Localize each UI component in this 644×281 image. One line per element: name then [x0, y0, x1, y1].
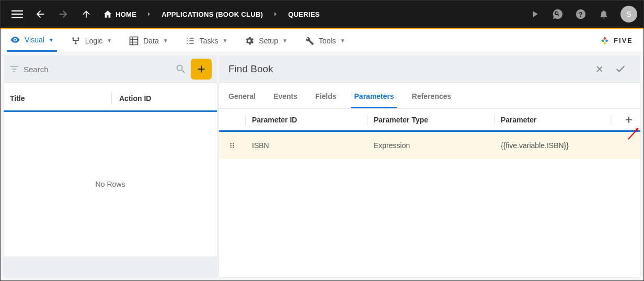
add-button[interactable]	[191, 59, 212, 80]
search-bar	[4, 55, 217, 83]
tab-data[interactable]: Data▼	[125, 30, 171, 51]
tab-label: Tasks	[200, 37, 218, 45]
bell-icon[interactable]	[593, 4, 614, 25]
back-icon[interactable]	[30, 4, 51, 25]
no-rows-message: No Rows	[4, 112, 217, 256]
subtab-general[interactable]: General	[225, 87, 259, 108]
forward-icon[interactable]	[53, 4, 74, 25]
subtab-references[interactable]: References	[409, 87, 455, 108]
breadcrumb-queries[interactable]: QUERIES	[284, 1, 324, 28]
parameters-table-header: Parameter ID Parameter Type Parameter	[219, 109, 640, 132]
svg-point-7	[75, 42, 76, 44]
svg-point-8	[231, 143, 232, 144]
svg-rect-0	[12, 10, 23, 12]
column-parameter-id[interactable]: Parameter ID	[252, 116, 367, 124]
tab-label: Data	[143, 37, 159, 45]
home-icon	[103, 9, 112, 19]
menu-bar: Visual▼ Logic▼ Data▼ Tasks▼ Setup▼ Tools…	[1, 29, 643, 52]
cell-parameter-type: Expression	[374, 141, 494, 150]
detail-header: Find Book	[219, 55, 640, 83]
drag-handle-icon[interactable]	[219, 142, 245, 149]
svg-text:?: ?	[579, 10, 583, 18]
column-parameter[interactable]: Parameter	[501, 116, 611, 124]
chevron-right-icon	[143, 10, 155, 18]
svg-point-10	[231, 145, 232, 146]
tab-logic[interactable]: Logic▼	[67, 30, 115, 51]
nav-left: HOME APPLICATIONS (BOOK CLUB) QUERIES	[7, 1, 324, 28]
subtab-parameters[interactable]: Parameters	[351, 87, 397, 108]
breadcrumb-label: QUERIES	[288, 10, 320, 18]
tab-label: Logic	[85, 37, 102, 45]
filter-icon[interactable]	[9, 64, 19, 74]
subtab-events[interactable]: Events	[270, 87, 301, 108]
page-title: Find Book	[228, 63, 589, 75]
help-icon[interactable]: ?	[570, 4, 591, 25]
column-title[interactable]: Title	[10, 94, 104, 103]
top-bar: HOME APPLICATIONS (BOOK CLUB) QUERIES ? …	[1, 1, 643, 28]
up-icon[interactable]	[76, 4, 97, 25]
column-parameter-type[interactable]: Parameter Type	[374, 116, 494, 124]
close-icon[interactable]	[589, 59, 610, 80]
chevron-right-icon	[269, 10, 282, 18]
cell-parameter: {{five.variable.ISBN}}	[501, 141, 617, 150]
tab-label: Setup	[259, 37, 278, 45]
main-area: Title Action ID No Rows Find Book Genera…	[1, 52, 643, 280]
search-input[interactable]	[24, 65, 171, 74]
brand-text: FIVE	[614, 37, 633, 44]
breadcrumb-home[interactable]: HOME	[99, 1, 141, 28]
svg-point-5	[72, 37, 74, 39]
svg-rect-1	[12, 14, 23, 15]
list-panel: Title Action ID No Rows	[4, 83, 217, 277]
sub-tabs: General Events Fields Parameters Referen…	[219, 87, 640, 109]
subtab-fields[interactable]: Fields	[312, 87, 339, 108]
tab-visual[interactable]: Visual▼	[7, 29, 57, 52]
breadcrumb-applications[interactable]: APPLICATIONS (BOOK CLUB)	[157, 1, 267, 28]
breadcrumb-label: HOME	[116, 10, 136, 18]
list-header: Title Action ID	[4, 86, 217, 112]
tab-tasks[interactable]: Tasks▼	[182, 30, 231, 51]
tab-label: Visual	[25, 36, 44, 44]
avatar-initial: S	[626, 10, 631, 18]
brand-logo: FIVE	[599, 35, 633, 47]
tab-setup[interactable]: Setup▼	[241, 30, 291, 51]
svg-point-9	[233, 143, 234, 144]
svg-point-6	[77, 37, 79, 39]
svg-point-11	[233, 145, 234, 146]
column-action-id[interactable]: Action ID	[119, 94, 151, 103]
search-chat-icon[interactable]	[547, 4, 568, 25]
right-pane: Find Book General Events Fields Paramete…	[217, 52, 643, 280]
tab-label: Tools	[319, 37, 336, 45]
svg-point-12	[231, 147, 232, 148]
confirm-icon[interactable]	[610, 59, 631, 80]
play-icon[interactable]	[524, 4, 545, 25]
detail-panel: General Events Fields Parameters Referen…	[219, 83, 640, 277]
avatar[interactable]: S	[620, 6, 637, 23]
search-icon[interactable]	[175, 63, 187, 75]
svg-point-13	[233, 147, 234, 148]
table-row[interactable]: ISBN Expression {{five.variable.ISBN}}	[219, 132, 640, 159]
left-pane: Title Action ID No Rows	[1, 52, 217, 280]
topbar-right: ? S	[524, 4, 637, 25]
tab-tools[interactable]: Tools▼	[301, 30, 349, 51]
cell-parameter-id: ISBN	[252, 141, 367, 150]
svg-rect-2	[12, 17, 23, 18]
hamburger-icon[interactable]	[7, 4, 28, 25]
add-parameter-button[interactable]	[617, 115, 640, 125]
breadcrumb-label: APPLICATIONS (BOOK CLUB)	[162, 10, 263, 18]
